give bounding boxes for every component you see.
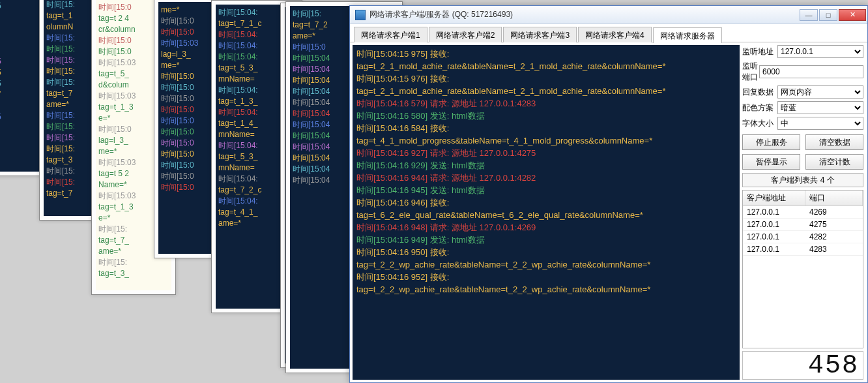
close-button[interactable]: ✕: [839, 9, 866, 21]
log-line: 时间[15:04:16 948] 请求: 源地址 127.0.0.1:4269: [356, 221, 736, 234]
tab-0[interactable]: 网络请求客户端1: [354, 27, 427, 42]
log-line: 时间[15:04:16 952] 接收:: [356, 271, 736, 283]
table-row[interactable]: 127.0.0.14283: [743, 243, 863, 256]
listen-port-label: 监听端口: [742, 61, 759, 83]
listen-addr-select[interactable]: 127.0.0.1: [777, 45, 863, 58]
log-line: 时间[15:04:16 949] 发送: html数据: [356, 234, 736, 246]
log-line: tag=t_2_1_mold_achie_rate&tableName=t_2_…: [356, 85, 736, 97]
main-window: 网络请求客户端/服务器 (QQ: 517216493) — □ ✕ 网络请求客户…: [349, 5, 868, 383]
log-line: tag=t_2_2_wp_achie_rate&tableName=t_2_2_…: [356, 283, 736, 296]
tab-3[interactable]: 网络请求客户端4: [578, 27, 652, 42]
log-line: 时间[15:04:16 580] 发送: html数据: [356, 110, 736, 122]
log-line: tag=t_2_2_wp_achie_rate&tableName=t_2_2_…: [356, 258, 736, 271]
log-line: tag=t_2_1_mold_achie_rate&tableName=t_2_…: [356, 60, 736, 72]
log-line: tag=t_4_1_mold_progress&tableName=t_4_1_…: [356, 134, 736, 147]
reply-data-select[interactable]: 网页内容: [777, 85, 863, 99]
app-icon: [355, 10, 366, 20]
log-line: 时间[15:04:15 975] 接收:: [356, 48, 736, 60]
log-line: 时间[15:04:16 945] 发送: html数据: [356, 184, 736, 196]
clear-data-button[interactable]: 清空数据: [805, 134, 863, 150]
tab-4[interactable]: 网络请求服务器: [653, 27, 722, 43]
minimize-button[interactable]: —: [800, 9, 818, 21]
log-line: tag=t_6_2_ele_qual_rate&tableName=t_6_2_…: [356, 209, 736, 221]
side-panel: 监听地址127.0.0.1 监听端口 回复数据网页内容 配色方案暗蓝 字体大小中…: [742, 42, 867, 382]
table-row[interactable]: 127.0.0.14282: [743, 231, 863, 243]
titlebar[interactable]: 网络请求客户端/服务器 (QQ: 517216493) — □ ✕: [350, 6, 867, 24]
listen-port-input[interactable]: [759, 65, 863, 78]
tab-1[interactable]: 网络请求客户端2: [429, 27, 502, 42]
log-line: 时间[15:04:16 579] 请求: 源地址 127.0.0.1:4283: [356, 97, 736, 110]
log-line: 时间[15:04:16 929] 发送: html数据: [356, 159, 736, 172]
log-line: 时间[15:04:16 944] 请求: 源地址 127.0.0.1:4282: [356, 172, 736, 184]
color-scheme-select[interactable]: 暗蓝: [777, 101, 863, 114]
listen-addr-label: 监听地址: [742, 46, 777, 57]
log-line: 时间[15:04:16 584] 接收:: [356, 122, 736, 134]
reply-data-label: 回复数据: [742, 87, 777, 98]
font-size-label: 字体大小: [742, 118, 777, 129]
log-line: 时间[15:04:16 927] 请求: 源地址 127.0.0.1:4275: [356, 147, 736, 159]
tab-2[interactable]: 网络请求客户端3: [503, 27, 577, 42]
clear-count-button[interactable]: 清空计数: [805, 154, 863, 170]
col-addr[interactable]: 客户端地址: [743, 191, 805, 206]
pause-display-button[interactable]: 暂停显示: [742, 154, 800, 170]
table-row[interactable]: 127.0.0.14275: [743, 219, 863, 231]
col-port[interactable]: 端口: [805, 191, 863, 206]
log-line: 时间[15:04:15 976] 接收:: [356, 72, 736, 85]
log-line: 时间[15:04:16 950] 接收:: [356, 246, 736, 258]
stop-service-button[interactable]: 停止服务: [742, 134, 800, 150]
request-counter: 458: [742, 351, 863, 380]
window-title: 网络请求客户端/服务器 (QQ: 517216493): [369, 9, 798, 20]
log-line: 时间[15:04:16 946] 接收:: [356, 196, 736, 209]
font-size-select[interactable]: 中: [777, 117, 863, 130]
client-list-header: 客户端列表共 4 个: [742, 173, 863, 187]
maximize-button[interactable]: □: [819, 9, 837, 21]
table-row[interactable]: 127.0.0.14269: [743, 206, 863, 219]
log-console[interactable]: 时间[15:04:15 975] 接收:tag=t_2_1_mold_achie…: [353, 45, 740, 380]
tab-bar: 网络请求客户端1网络请求客户端2网络请求客户端3网络请求客户端4网络请求服务器: [350, 27, 867, 42]
client-table[interactable]: 客户端地址 端口 127.0.0.14269127.0.0.14275127.0…: [742, 190, 863, 348]
color-scheme-label: 配色方案: [742, 102, 777, 114]
